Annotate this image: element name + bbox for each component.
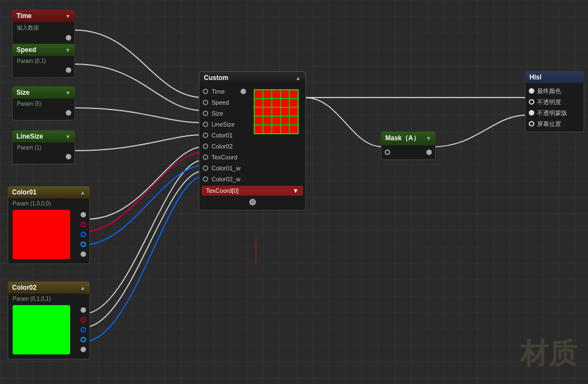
preview-cell xyxy=(289,90,298,99)
custom-pin-color02w: Color02_w xyxy=(199,174,249,185)
color01-swatch xyxy=(13,210,70,259)
preview-grid xyxy=(254,89,299,134)
hlsl-opacity-label: 不透明度 xyxy=(537,98,561,106)
hlsl-opacity-dot xyxy=(529,99,534,105)
custom-bottom-pin xyxy=(249,199,256,205)
custom-content: Time Speed Size LineSize Color01 xyxy=(199,86,305,185)
custom-pin-color02: Color02 xyxy=(199,141,249,152)
preview-cell xyxy=(254,107,263,116)
texcoord-dropdown[interactable]: TexCoord[0] ▼ xyxy=(202,186,303,196)
preview-cell xyxy=(254,99,263,107)
speed-subtitle: Param (0.1) xyxy=(13,58,75,65)
preview-cell xyxy=(281,90,289,99)
custom-in-color02w-label: Color02_w xyxy=(212,176,241,182)
time-out-pin-row xyxy=(13,33,75,43)
custom-pin-time: Time xyxy=(199,86,249,97)
preview-cell xyxy=(289,107,298,116)
time-node: Time ▼ 输入数据 xyxy=(12,10,75,45)
hlsl-opacity-mask-label: 不透明蒙版 xyxy=(537,109,567,117)
custom-in-texcoord-dot xyxy=(203,154,208,160)
color02-pin-blue xyxy=(81,327,86,333)
hlsl-opacity-mask-dot xyxy=(529,110,534,116)
preview-cell xyxy=(254,116,263,125)
color01-pin-cyan xyxy=(81,242,86,247)
linesize-out-pin-row xyxy=(13,152,75,162)
color01-pin-blue xyxy=(81,232,86,237)
hlsl-pin-final-color: 最终颜色 xyxy=(526,85,584,96)
preview-cell xyxy=(281,125,289,134)
color01-pin-white xyxy=(81,212,86,217)
time-node-header[interactable]: Time ▼ xyxy=(12,10,75,22)
color02-pins xyxy=(75,303,89,357)
custom-in-time-label: Time xyxy=(212,88,225,95)
color02-arrow: ▲ xyxy=(80,285,85,291)
speed-arrow: ▼ xyxy=(65,47,71,53)
custom-arrow: ▲ xyxy=(295,75,301,81)
custom-in-color01w-label: Color01_w xyxy=(212,165,241,171)
mask-node: Mask（A） ▼ xyxy=(381,131,436,160)
preview-cell xyxy=(263,107,272,116)
speed-node-header[interactable]: Speed ▼ xyxy=(12,44,75,56)
preview-cell xyxy=(281,107,289,116)
color01-title: Color01 xyxy=(12,188,37,196)
color02-pin-cyan xyxy=(81,337,86,342)
custom-out-pin xyxy=(241,89,246,94)
linesize-node: LineSize ▼ Param (1) xyxy=(12,130,75,164)
preview-cell xyxy=(254,125,263,134)
color01-pin-red xyxy=(81,222,86,227)
mask-arrow: ▼ xyxy=(426,135,431,141)
linesize-out-pin xyxy=(66,154,71,159)
custom-node-body: Time Speed Size LineSize Color01 xyxy=(199,84,306,210)
color02-node-header[interactable]: Color02 ▲ xyxy=(8,282,90,294)
custom-in-color01w-dot xyxy=(203,165,208,171)
texcoord-label: TexCoord[0] xyxy=(206,187,238,194)
speed-title: Speed xyxy=(16,46,36,54)
mask-node-body xyxy=(381,145,436,160)
preview-cell xyxy=(289,116,298,125)
custom-title: Custom xyxy=(204,74,229,82)
mask-title: Mask（A） xyxy=(385,134,420,143)
preview-cell xyxy=(272,116,281,125)
custom-in-color01-label: Color01 xyxy=(212,132,233,139)
custom-in-size-label: Size xyxy=(212,110,223,117)
hlsl-screen-pos-label: 屏幕位置 xyxy=(537,120,561,128)
hlsl-node-header[interactable]: Hlsl xyxy=(525,71,584,83)
custom-in-color02-dot xyxy=(203,144,208,149)
preview-cell xyxy=(281,99,289,107)
linesize-title: LineSize xyxy=(16,133,43,140)
color01-node-header[interactable]: Color01 ▲ xyxy=(8,186,90,198)
hlsl-node: Hlsl 最终颜色 不透明度 不透明蒙版 屏幕位置 xyxy=(525,71,584,132)
speed-out-pin xyxy=(66,67,71,73)
texcoord-dropdown-arrow: ▼ xyxy=(293,187,299,194)
color01-pin-alpha xyxy=(81,251,86,257)
mask-node-header[interactable]: Mask（A） ▼ xyxy=(381,131,436,145)
hlsl-final-color-dot xyxy=(529,88,534,94)
preview-cell xyxy=(263,90,272,99)
linesize-subtitle: Param (1) xyxy=(13,145,75,152)
custom-in-color01-dot xyxy=(203,133,208,138)
time-subtitle: 输入数据 xyxy=(13,24,75,33)
preview-cell xyxy=(272,90,281,99)
preview-cell xyxy=(272,125,281,134)
color02-subtitle: Param (0,1,0,1) xyxy=(8,296,89,303)
watermark: 材质 xyxy=(520,335,577,373)
preview-cell xyxy=(263,116,272,125)
color02-pin-alpha xyxy=(81,347,86,352)
custom-pin-color01: Color01 xyxy=(199,130,249,141)
linesize-node-header[interactable]: LineSize ▼ xyxy=(12,130,75,142)
time-title: Time xyxy=(16,12,32,20)
color02-node: Color02 ▲ Param (0,1,0,1) xyxy=(8,282,90,359)
color02-title: Color02 xyxy=(12,284,37,291)
linesize-node-body: Param (1) xyxy=(12,142,75,164)
custom-in-color02-label: Color02 xyxy=(212,143,233,150)
color01-pins xyxy=(75,208,89,261)
custom-preview xyxy=(249,86,305,185)
size-node-header[interactable]: Size ▼ xyxy=(12,87,75,99)
preview-cell xyxy=(289,125,298,134)
speed-node: Speed ▼ Param (0.1) xyxy=(12,44,75,78)
custom-node-header[interactable]: Custom ▲ xyxy=(199,71,306,84)
size-node-body: Param (5) xyxy=(12,99,75,121)
size-subtitle: Param (5) xyxy=(13,101,75,108)
hlsl-final-color-label: 最终颜色 xyxy=(537,87,561,95)
preview-cell xyxy=(272,107,281,116)
